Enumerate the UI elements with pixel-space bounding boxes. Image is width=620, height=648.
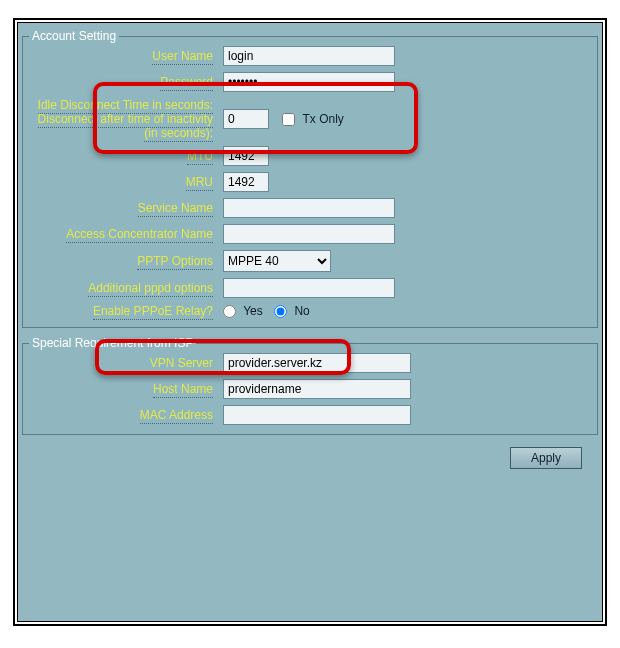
relay-no-label: No [294,304,309,318]
relay-no-radio[interactable] [274,305,287,318]
ac-input[interactable] [223,224,395,244]
account-setting-legend: Account Setting [29,29,119,43]
mac-input[interactable] [223,405,411,425]
password-input[interactable] [223,72,395,92]
idle-label: Idle Disconnect Time in seconds: Disconn… [38,98,213,142]
mtu-label: MTU [187,149,213,165]
vpn-label: VPN Server [150,356,213,372]
service-name-label: Service Name [138,201,213,217]
tx-only-label: Tx Only [302,112,343,126]
idle-input[interactable] [223,109,269,129]
tx-only-checkbox[interactable] [282,113,295,126]
relay-yes-radio[interactable] [223,305,236,318]
pptp-select[interactable]: MPPE 40 [223,250,331,272]
mtu-input[interactable] [223,146,269,166]
isp-legend: Special Requirement from ISP [29,336,196,350]
relay-label: Enable PPPoE Relay? [93,304,213,320]
mac-label: MAC Address [140,408,213,424]
user-name-input[interactable] [223,46,395,66]
isp-fieldset: Special Requirement from ISP VPN Server … [22,336,598,435]
vpn-input[interactable] [223,353,411,373]
mru-label: MRU [186,175,213,191]
user-name-label: User Name [152,49,213,65]
pppd-label: Additional pppd options [88,281,213,297]
host-input[interactable] [223,379,411,399]
mru-input[interactable] [223,172,269,192]
password-label: Password [160,75,213,91]
apply-button[interactable]: Apply [510,447,582,469]
host-label: Host Name [153,382,213,398]
service-name-input[interactable] [223,198,395,218]
pppd-input[interactable] [223,278,395,298]
account-setting-fieldset: Account Setting User Name Password Idle … [22,29,598,328]
ac-label: Access Concentrator Name [66,227,213,243]
relay-yes-label: Yes [243,304,263,318]
pptp-label: PPTP Options [137,254,213,270]
